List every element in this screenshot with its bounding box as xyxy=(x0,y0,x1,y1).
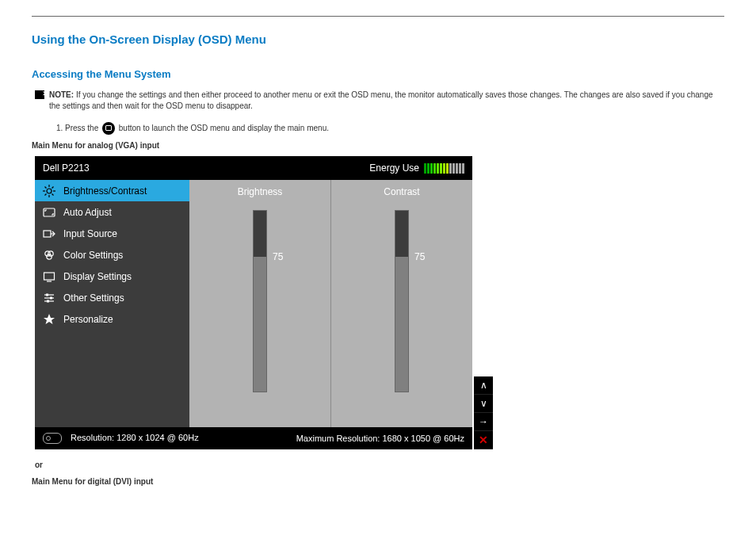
energy-seg xyxy=(459,163,461,174)
nav-close-button[interactable]: ✕ xyxy=(474,431,493,449)
svg-rect-10 xyxy=(44,231,51,237)
color-settings-icon xyxy=(43,249,55,262)
contrast-label: Contrast xyxy=(384,186,419,197)
osd-item-other-settings[interactable]: Other Settings xyxy=(35,287,189,308)
display-settings-icon xyxy=(43,270,55,283)
svg-line-6 xyxy=(52,193,54,195)
step-1-post: button to launch the OSD menu and displa… xyxy=(119,124,329,132)
energy-seg xyxy=(446,163,449,174)
osd-menu: Brightness/ContrastAuto AdjustInput Sour… xyxy=(35,180,189,427)
note-row: NOTE: If you change the settings and the… xyxy=(32,90,724,111)
resolution-text: Resolution: 1280 x 1024 @ 60Hz xyxy=(71,433,199,442)
contrast-pane: Contrast 75 xyxy=(330,180,472,427)
main-heading: Using the On-Screen Display (OSD) Menu xyxy=(32,32,724,46)
auto-adjust-icon xyxy=(43,206,55,219)
osd-item-label: Brightness/Contrast xyxy=(63,185,147,197)
personalize-icon xyxy=(43,313,55,326)
contrast-value: 75 xyxy=(414,251,425,262)
osd-item-label: Auto Adjust xyxy=(63,207,112,218)
svg-line-5 xyxy=(45,186,47,188)
step-1-pre: Press the xyxy=(65,124,98,132)
or-label: or xyxy=(35,460,724,469)
energy-segments xyxy=(424,163,464,174)
step-list: Press the button to launch the OSD menu … xyxy=(32,122,724,135)
osd-item-label: Other Settings xyxy=(63,292,124,304)
nav-up-button[interactable]: ∧ xyxy=(474,376,493,395)
energy-bar: Energy Use xyxy=(369,162,464,174)
brightness-value: 75 xyxy=(273,251,283,262)
svg-line-7 xyxy=(45,193,47,195)
osd-item-display-settings[interactable]: Display Settings xyxy=(35,266,189,287)
energy-seg xyxy=(427,163,430,174)
other-settings-icon xyxy=(43,292,55,304)
svg-rect-21 xyxy=(50,296,52,299)
svg-marker-23 xyxy=(44,314,55,324)
svg-line-8 xyxy=(52,186,54,188)
menu-button-icon xyxy=(102,122,115,135)
osd-item-label: Color Settings xyxy=(63,250,123,261)
caption-vga: Main Menu for analog (VGA) input xyxy=(32,141,724,150)
brightness-label: Brightness xyxy=(238,186,283,197)
energy-seg xyxy=(456,163,458,174)
osd-content: Brightness 75 Contrast 75 xyxy=(189,180,472,427)
svg-point-0 xyxy=(47,189,52,193)
note-icon xyxy=(35,90,44,99)
osd-item-brightness-contrast[interactable]: Brightness/Contrast xyxy=(35,180,189,201)
osd-item-auto-adjust[interactable]: Auto Adjust xyxy=(35,201,189,223)
osd-header: Dell P2213 Energy Use xyxy=(35,156,472,180)
energy-seg xyxy=(462,163,464,174)
osd-panel: Dell P2213 Energy Use Brightness/Contras… xyxy=(35,156,472,449)
energy-seg xyxy=(443,163,445,174)
note-body: If you change the settings and then eith… xyxy=(49,90,713,110)
note-text: NOTE: If you change the settings and the… xyxy=(49,90,724,111)
max-resolution-text: Maximum Resolution: 1680 x 1050 @ 60Hz xyxy=(296,434,464,443)
energy-seg xyxy=(424,163,426,174)
svg-rect-20 xyxy=(46,293,48,296)
osd-item-personalize[interactable]: Personalize xyxy=(35,308,189,330)
nav-down-button[interactable]: ∨ xyxy=(474,395,493,413)
nav-enter-button[interactable]: → xyxy=(474,413,493,431)
step-1: Press the button to launch the OSD menu … xyxy=(65,122,724,135)
svg-rect-22 xyxy=(47,300,49,302)
osd-wrapper: Dell P2213 Energy Use Brightness/Contras… xyxy=(35,156,498,449)
note-label: NOTE: xyxy=(49,90,74,99)
osd-body: Brightness/ContrastAuto AdjustInput Sour… xyxy=(35,180,472,427)
osd-footer: Resolution: 1280 x 1024 @ 60Hz Maximum R… xyxy=(35,427,472,449)
brightness-pane: Brightness 75 xyxy=(189,180,330,427)
osd-item-input-source[interactable]: Input Source xyxy=(35,223,189,244)
sub-heading: Accessing the Menu System xyxy=(32,68,724,80)
osd-item-label: Display Settings xyxy=(63,271,132,282)
top-rule xyxy=(32,16,724,17)
brightness-icon xyxy=(43,185,55,197)
brightness-fill xyxy=(254,211,266,257)
osd-model: Dell P2213 xyxy=(43,162,90,174)
caption-dvi: Main Menu for digital (DVI) input xyxy=(32,477,724,486)
osd-item-label: Input Source xyxy=(63,228,117,239)
energy-seg xyxy=(437,163,439,174)
svg-rect-15 xyxy=(44,273,55,280)
energy-label: Energy Use xyxy=(369,162,419,174)
timings-icon xyxy=(43,433,62,444)
energy-seg xyxy=(433,163,436,174)
osd-item-label: Personalize xyxy=(63,314,113,325)
energy-seg xyxy=(452,163,455,174)
osd-item-color-settings[interactable]: Color Settings xyxy=(35,244,189,266)
footer-left: Resolution: 1280 x 1024 @ 60Hz xyxy=(43,433,199,444)
contrast-fill xyxy=(395,211,408,257)
brightness-slider[interactable]: 75 xyxy=(253,210,267,392)
input-source-icon xyxy=(43,227,55,240)
side-buttons: ∧ ∨ → ✕ xyxy=(474,376,493,449)
energy-seg xyxy=(440,163,442,174)
contrast-slider[interactable]: 75 xyxy=(395,210,409,392)
energy-seg xyxy=(430,163,433,174)
energy-seg xyxy=(449,163,452,174)
